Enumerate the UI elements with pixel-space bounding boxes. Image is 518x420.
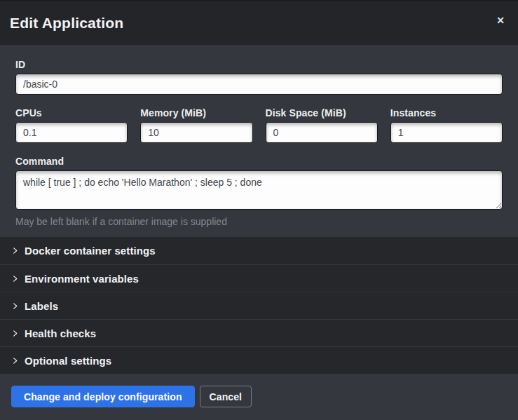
section-label: Environment variables bbox=[25, 273, 139, 285]
resources-row: CPUs Memory (MiB) Disk Space (MiB) Insta… bbox=[15, 107, 503, 143]
edit-application-modal: Edit Application ✕ ID CPUs Memory (MiB) … bbox=[0, 0, 518, 420]
modal-header: Edit Application ✕ bbox=[0, 1, 518, 45]
instances-input[interactable] bbox=[390, 122, 503, 143]
close-icon[interactable]: ✕ bbox=[493, 13, 507, 28]
section-label: Optional settings bbox=[25, 355, 111, 367]
id-field-group: ID bbox=[15, 59, 503, 95]
chevron-right-icon bbox=[11, 357, 19, 365]
disk-label: Disk Space (MiB) bbox=[266, 107, 378, 118]
modal-title: Edit Application bbox=[10, 15, 123, 32]
section-environment-variables[interactable]: Environment variables bbox=[0, 264, 518, 292]
section-label: Health checks bbox=[25, 327, 96, 339]
cpus-label: CPUs bbox=[15, 107, 128, 118]
memory-input[interactable] bbox=[140, 122, 252, 143]
section-label: Labels bbox=[25, 300, 58, 312]
collapsible-sections: Docker container settings Environment va… bbox=[0, 237, 518, 374]
instances-field-group: Instances bbox=[390, 107, 503, 143]
cpus-field-group: CPUs bbox=[15, 107, 128, 143]
command-label: Command bbox=[15, 156, 503, 167]
section-label: Docker container settings bbox=[25, 245, 156, 257]
command-textarea[interactable]: while [ true ] ; do echo 'Hello Marathon… bbox=[15, 170, 503, 210]
section-health-checks[interactable]: Health checks bbox=[0, 319, 518, 346]
application-form: ID CPUs Memory (MiB) Disk Space (MiB) In… bbox=[0, 45, 518, 237]
id-input[interactable] bbox=[15, 74, 503, 95]
chevron-right-icon bbox=[11, 330, 19, 337]
section-docker-container-settings[interactable]: Docker container settings bbox=[0, 237, 518, 264]
command-field-group: Command while [ true ] ; do echo 'Hello … bbox=[15, 156, 503, 227]
section-optional-settings[interactable]: Optional settings bbox=[0, 346, 518, 374]
chevron-right-icon bbox=[11, 275, 19, 283]
cancel-button[interactable]: Cancel bbox=[200, 386, 252, 407]
memory-label: Memory (MiB) bbox=[140, 107, 252, 118]
cpus-input[interactable] bbox=[15, 122, 128, 143]
change-and-deploy-button[interactable]: Change and deploy configuration bbox=[11, 386, 195, 407]
section-labels[interactable]: Labels bbox=[0, 292, 518, 319]
disk-field-group: Disk Space (MiB) bbox=[266, 107, 378, 143]
memory-field-group: Memory (MiB) bbox=[140, 107, 252, 143]
chevron-right-icon bbox=[11, 247, 19, 255]
instances-label: Instances bbox=[390, 107, 503, 118]
disk-input[interactable] bbox=[266, 122, 378, 143]
command-help-text: May be left blank if a container image i… bbox=[15, 216, 503, 227]
id-label: ID bbox=[15, 59, 503, 70]
chevron-right-icon bbox=[11, 302, 19, 310]
modal-footer: Change and deploy configuration Cancel bbox=[0, 374, 518, 420]
